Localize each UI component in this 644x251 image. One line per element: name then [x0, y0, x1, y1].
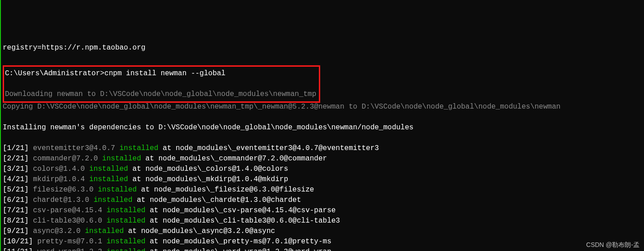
row-path: at node_modules\_commander@7.2.0@command… [141, 155, 327, 163]
row-status: installed [98, 186, 136, 194]
row-package: cli-table3@0.6.0 [33, 217, 106, 225]
row-status: installed [85, 227, 123, 235]
dependency-row: [10/21] pretty-ms@7.0.1 installed at nod… [3, 237, 642, 247]
row-path: at node_modules\_chardet@1.3.0@chardet [132, 196, 301, 204]
row-counter: [6/21] [3, 196, 33, 204]
row-counter: [11/21] [3, 248, 37, 251]
row-status: installed [102, 155, 141, 163]
row-package: pretty-ms@7.0.1 [37, 237, 107, 246]
row-path: at node_modules\_eventemitter3@4.0.7@eve… [159, 144, 379, 152]
row-counter: [9/21] [3, 227, 33, 235]
row-path: at node_modules\_word-wrap@1.2.3@word-wr… [145, 248, 331, 251]
dependency-row: [3/21] colors@1.4.0 installed at node_mo… [3, 164, 642, 174]
row-counter: [7/21] [3, 206, 33, 214]
row-status: installed [106, 206, 145, 214]
terminal-output[interactable]: registry=https://r.npm.taobao.org C:\Use… [1, 32, 644, 251]
row-status: installed [94, 196, 132, 204]
dependency-row: [9/21] async@3.2.0 installed at node_mod… [3, 226, 642, 237]
row-path: at node_modules\_mkdirp@1.0.4@mkdirp [128, 175, 288, 183]
row-status: installed [106, 248, 145, 251]
row-counter: [5/21] [3, 186, 33, 194]
row-package: chardet@1.3.0 [33, 196, 93, 204]
row-path: at node_modules\_async@3.2.0@async [124, 227, 275, 235]
copying-line: Copying D:\VSCode\node\node_global\node_… [3, 103, 561, 111]
row-status: installed [89, 165, 128, 173]
row-path: at node_modules\_csv-parse@4.15.4@csv-pa… [145, 206, 336, 214]
row-status: installed [119, 144, 158, 152]
command-text: cnpm install newman --global [104, 69, 226, 78]
row-counter: [4/21] [3, 175, 33, 183]
row-package: mkdirp@1.0.4 [33, 175, 89, 183]
row-status: installed [89, 175, 128, 183]
highlighted-command-box: C:\Users\Administrator>cnpm install newm… [3, 65, 320, 103]
dependency-row: [11/21] word-wrap@1.2.3 installed at nod… [3, 247, 642, 251]
dependency-row: [2/21] commander@7.2.0 installed at node… [3, 154, 642, 164]
row-package: eventemitter3@4.0.7 [33, 144, 119, 152]
row-counter: [3/21] [3, 165, 33, 173]
dependency-row: [5/21] filesize@6.3.0 installed at node_… [3, 185, 642, 195]
row-package: async@3.2.0 [33, 227, 85, 235]
row-counter: [1/21] [3, 144, 33, 152]
row-path: at node_modules\_pretty-ms@7.0.1@pretty-… [145, 237, 331, 246]
dependency-row: [6/21] chardet@1.3.0 installed at node_m… [3, 195, 642, 205]
prompt: C:\Users\Administrator> [5, 69, 104, 78]
row-status: installed [106, 237, 145, 246]
row-status: installed [106, 217, 145, 225]
row-package: colors@1.4.0 [33, 165, 89, 173]
row-path: at node_modules\_cli-table3@0.6.0@cli-ta… [145, 217, 340, 225]
watermark: CSDN @勒布朗-孟 [586, 241, 639, 249]
row-counter: [2/21] [3, 155, 33, 163]
installing-line: Installing newman's dependencies to D:\V… [3, 123, 413, 132]
row-counter: [8/21] [3, 217, 33, 225]
row-package: filesize@6.3.0 [33, 186, 98, 194]
row-package: csv-parse@4.15.4 [33, 206, 106, 214]
dependency-row: [4/21] mkdirp@1.0.4 installed at node_mo… [3, 174, 642, 185]
row-package: commander@7.2.0 [33, 155, 102, 163]
row-counter: [10/21] [3, 237, 37, 246]
row-package: word-wrap@1.2.3 [37, 248, 107, 251]
registry-line: registry=https://r.npm.taobao.org [3, 44, 145, 52]
dependency-row: [8/21] cli-table3@0.6.0 installed at nod… [3, 216, 642, 226]
dependency-row: [7/21] csv-parse@4.15.4 installed at nod… [3, 205, 642, 216]
dependency-row: [1/21] eventemitter3@4.0.7 installed at … [3, 143, 642, 154]
downloading-line: Downloading newman to D:\VSCode\node\nod… [5, 90, 316, 98]
row-path: at node_modules\_colors@1.4.0@colors [128, 165, 288, 173]
row-path: at node_modules\_filesize@6.3.0@filesize [137, 186, 314, 194]
